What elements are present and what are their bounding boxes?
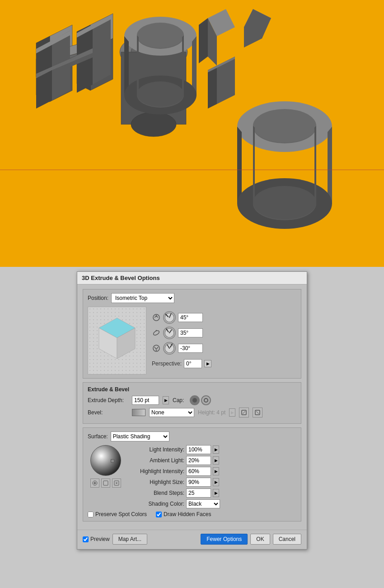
checkbox-row: Preserve Spot Colors Draw Hidden Faces <box>88 511 296 517</box>
blend-steps-input[interactable] <box>186 488 211 498</box>
footer-right: Fewer Options OK Cancel <box>201 534 301 545</box>
shading-color-select[interactable]: Black Custom <box>186 499 220 508</box>
z-rotation-icon <box>152 344 161 353</box>
surface-row: Surface: Plastic Shading Diffuse Shading… <box>88 432 296 441</box>
z-angle-input[interactable]: -30° <box>178 344 203 353</box>
extrude-depth-chevron[interactable]: ▶ <box>163 396 169 404</box>
x-rotation-dial[interactable] <box>163 311 176 324</box>
cap-off-button[interactable] <box>201 395 211 405</box>
bevel-icon-btn-2[interactable] <box>253 408 262 417</box>
highlight-size-chevron[interactable]: ▶ <box>213 478 219 486</box>
height-chevron[interactable]: ▶ <box>229 408 235 417</box>
preview-checkbox-label[interactable]: Preview <box>83 536 110 542</box>
light-intensity-chevron[interactable]: ▶ <box>213 446 219 454</box>
cancel-button[interactable]: Cancel <box>273 534 301 545</box>
bevel-swatch <box>132 409 145 416</box>
footer-left: Preview Map Art... <box>83 534 197 545</box>
highlight-size-input[interactable] <box>186 478 211 487</box>
light-controls: Light Intensity: ▶ Ambient Light: ▶ High… <box>130 445 296 508</box>
y-rotation-icon <box>152 328 161 337</box>
highlight-intensity-label: Highlight Intensity: <box>130 468 184 474</box>
z-rotation-dial[interactable] <box>163 342 176 355</box>
surface-label: Surface: <box>88 433 108 440</box>
cube-preview <box>88 307 146 375</box>
extrude-bevel-section: Extrude & Bevel Extrude Depth: ▶ Cap: Be… <box>83 382 301 424</box>
perspective-row: Perspective: 0° ▶ <box>152 359 211 368</box>
light-intensity-input[interactable] <box>186 445 211 454</box>
x-angle-input[interactable]: 45° <box>178 313 203 322</box>
light-intensity-row: Light Intensity: ▶ <box>130 445 296 454</box>
sphere-preview <box>90 445 121 476</box>
cap-on-button[interactable] <box>190 395 200 405</box>
svg-line-63 <box>243 411 245 414</box>
add-light-button[interactable] <box>90 479 99 488</box>
dialog-footer: Preview Map Art... Fewer Options OK Canc… <box>77 530 307 549</box>
dialog-titlebar: 3D Extrude & Bevel Options <box>77 272 307 285</box>
ambient-light-chevron[interactable]: ▶ <box>213 456 219 465</box>
light-intensity-label: Light Intensity: <box>130 446 184 453</box>
remove-light-button[interactable] <box>101 479 110 488</box>
draw-hidden-faces-checkbox[interactable]: Draw Hidden Faces <box>156 511 211 517</box>
perspective-input[interactable]: 0° <box>184 359 202 368</box>
surface-section: Surface: Plastic Shading Diffuse Shading… <box>83 427 301 522</box>
highlight-intensity-row: Highlight Intensity: ▶ <box>130 467 296 476</box>
highlight-intensity-chevron[interactable]: ▶ <box>213 467 219 475</box>
ambient-light-input[interactable] <box>186 456 211 465</box>
svg-point-28 <box>137 23 184 48</box>
angle-row-y: 35° <box>152 327 211 339</box>
extrude-depth-input[interactable] <box>132 396 159 405</box>
fewer-options-button[interactable]: Fewer Options <box>201 534 248 545</box>
y-rotation-dial[interactable] <box>163 327 176 339</box>
x-rotation-icon <box>152 313 161 322</box>
svg-point-12 <box>131 112 176 137</box>
shading-color-label: Shading Color: <box>130 501 184 507</box>
svg-line-65 <box>256 411 259 414</box>
cap-buttons <box>190 395 211 405</box>
sphere-container <box>88 445 124 488</box>
svg-marker-37 <box>217 57 235 104</box>
perspective-chevron[interactable]: ▶ <box>204 360 211 367</box>
light-settings-button[interactable] <box>112 479 121 488</box>
ambient-light-row: Ambient Light: ▶ <box>130 456 296 465</box>
bevel-icon-btn-1[interactable] <box>239 408 249 417</box>
perspective-label: Perspective: <box>152 360 182 367</box>
extrude-depth-label: Extrude Depth: <box>88 397 128 403</box>
svg-marker-38 <box>208 66 217 109</box>
dialog-title: 3D Extrude & Bevel Options <box>82 275 160 281</box>
svg-marker-36 <box>244 9 271 47</box>
highlight-intensity-input[interactable] <box>186 467 211 476</box>
preview-checkbox[interactable] <box>83 536 89 542</box>
svg-point-46 <box>253 109 316 142</box>
highlight-size-row: Highlight Size: ▶ <box>130 478 296 487</box>
bevel-select[interactable]: None <box>149 408 194 417</box>
svg-marker-29 <box>137 35 139 96</box>
svg-marker-48 <box>314 126 316 204</box>
light-handle[interactable] <box>111 459 114 463</box>
blend-steps-row: Blend Steps: ▶ <box>130 488 296 498</box>
angle-controls: 45° <box>152 307 211 368</box>
surface-select[interactable]: Plastic Shading Diffuse Shading No Shadi… <box>111 432 169 441</box>
canvas-area <box>0 0 384 267</box>
y-angle-input[interactable]: 35° <box>178 328 203 337</box>
svg-marker-30 <box>182 35 184 96</box>
ok-button[interactable]: OK <box>250 534 270 545</box>
blend-steps-chevron[interactable]: ▶ <box>213 489 219 497</box>
bevel-row: Bevel: None Height: 4 pt ▶ <box>88 408 296 417</box>
dialog-3d-extrude-bevel: 3D Extrude & Bevel Options Position: Iso… <box>77 271 307 550</box>
blend-steps-label: Blend Steps: <box>130 490 184 496</box>
position-label: Position: <box>88 295 108 301</box>
height-label: Height: 4 pt <box>198 409 225 416</box>
angle-row-x: 45° <box>152 311 211 324</box>
cap-off-inner <box>204 398 208 403</box>
surface-content: Light Intensity: ▶ Ambient Light: ▶ High… <box>88 445 296 508</box>
sphere-controls <box>90 479 121 488</box>
svg-rect-69 <box>103 481 108 485</box>
cap-on-inner <box>192 398 197 403</box>
position-select[interactable]: Isometric Top Isometric Left Isometric R… <box>111 293 174 303</box>
preserve-spot-colors-checkbox[interactable]: Preserve Spot Colors <box>88 511 147 517</box>
map-art-button[interactable]: Map Art... <box>112 534 147 545</box>
extrude-bevel-label: Extrude & Bevel <box>88 386 296 393</box>
extrude-depth-row: Extrude Depth: ▶ Cap: <box>88 395 296 405</box>
cap-label: Cap: <box>173 397 186 403</box>
guide-line <box>0 170 384 170</box>
